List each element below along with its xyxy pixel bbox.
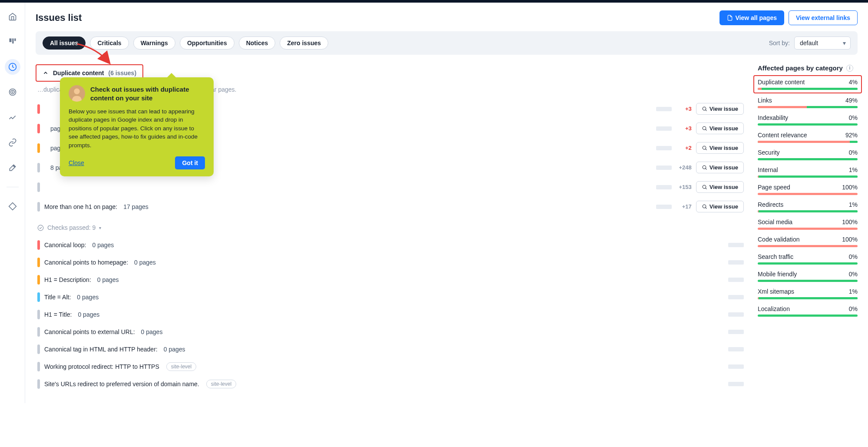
category-item[interactable]: Redirects 1% [758, 201, 858, 212]
category-item[interactable]: Social media 100% [758, 219, 858, 230]
home-icon[interactable] [5, 9, 20, 24]
issue-row: Canonical points to homepage:0 pages [36, 254, 746, 271]
filter-pill-zero-issues[interactable]: Zero issues [280, 36, 328, 50]
issue-delta: +153 [676, 184, 692, 190]
tooltip-close-link[interactable]: Close [69, 159, 84, 166]
issue-pages: 0 pages [97, 276, 119, 283]
severity-indicator [37, 163, 40, 172]
page-header: Issues list View all pages View external… [36, 3, 858, 31]
issue-label: Working protocol redirect: HTTP to HTTPS [44, 363, 159, 370]
category-bar [758, 210, 858, 212]
speed-icon[interactable] [5, 59, 20, 75]
category-name: Localization [758, 305, 790, 312]
mini-chart [656, 205, 672, 209]
filter-pill-warnings[interactable]: Warnings [133, 36, 175, 50]
mini-chart [728, 364, 744, 369]
category-item[interactable]: Links 49% [758, 97, 858, 108]
target-icon[interactable] [5, 84, 20, 100]
sidebar [0, 3, 25, 403]
mini-chart [728, 295, 744, 299]
tooltip-body: Below you see issues that can lead to ap… [69, 107, 205, 150]
issue-row: H1 = Title:0 pages [36, 306, 746, 323]
category-percent: 1% [849, 166, 858, 173]
category-bar [758, 193, 858, 195]
mini-chart [728, 312, 744, 317]
category-item[interactable]: Security 0% [758, 149, 858, 160]
category-item[interactable]: Localization 0% [758, 305, 858, 317]
issue-row: H1 = Description:0 pages [36, 271, 746, 288]
severity-indicator [37, 310, 40, 319]
category-item[interactable]: Code validation 100% [758, 236, 858, 247]
severity-indicator [37, 240, 40, 250]
check-circle-icon [37, 225, 44, 231]
filter-pill-opportunities[interactable]: Opportunities [180, 36, 234, 50]
sort-control: Sort by: default [769, 36, 851, 50]
category-percent: 100% [842, 236, 858, 243]
issue-row: Canonical tag in HTML and HTTP header:0 … [36, 341, 746, 358]
view-issue-button[interactable]: View issue [696, 162, 744, 173]
category-item[interactable]: Indexability 0% [758, 114, 858, 126]
category-name: Xml sitemaps [758, 288, 794, 295]
svg-point-6 [703, 107, 706, 110]
checks-passed-row[interactable]: Checks passed: 9 ▾ [36, 216, 746, 236]
category-percent: 0% [849, 271, 858, 278]
category-name: Mobile friendly [758, 271, 797, 278]
category-item[interactable]: Xml sitemaps 1% [758, 288, 858, 299]
diamond-icon[interactable] [5, 199, 20, 214]
severity-indicator [37, 182, 40, 192]
magic-icon[interactable] [5, 160, 20, 175]
analytics-icon[interactable] [5, 109, 20, 125]
category-bar [758, 245, 858, 247]
mini-chart [656, 166, 672, 170]
issue-label: H1 = Description: [44, 276, 91, 283]
category-item[interactable]: Mobile friendly 0% [758, 271, 858, 282]
category-item[interactable]: Search traffic 0% [758, 253, 858, 265]
category-item[interactable]: Duplicate content 4% [753, 75, 862, 93]
page-title: Issues list [36, 12, 82, 23]
issue-row: +153 View issue [36, 177, 746, 197]
issue-pages: 0 pages [141, 328, 163, 335]
view-issue-button[interactable]: View issue [696, 123, 744, 134]
issue-row: Working protocol redirect: HTTP to HTTPS… [36, 358, 746, 375]
tooltip-gotit-button[interactable]: Got it [175, 156, 205, 169]
svg-rect-2 [14, 39, 16, 41]
issue-label: Title = Alt: [44, 294, 71, 301]
category-bar [758, 262, 858, 265]
svg-point-9 [703, 166, 706, 169]
category-item[interactable]: Page speed 100% [758, 184, 858, 195]
issue-pages: 0 pages [77, 294, 99, 301]
view-issue-button[interactable]: View issue [696, 181, 744, 193]
view-all-pages-button[interactable]: View all pages [719, 10, 784, 25]
caret-down-icon: ▾ [99, 225, 101, 230]
issue-label: Canonical points to homepage: [44, 259, 128, 266]
onboarding-tooltip: Check out issues with duplicate content … [60, 77, 214, 176]
category-item[interactable]: Internal 1% [758, 166, 858, 178]
svg-point-5 [12, 92, 13, 93]
filter-pill-notices[interactable]: Notices [239, 36, 276, 50]
mini-chart [728, 260, 744, 265]
svg-point-7 [703, 126, 706, 130]
accordion-title: Duplicate content [53, 70, 104, 76]
issue-label: More than one h1 on page: [44, 203, 117, 210]
category-item[interactable]: Content relevance 92% [758, 132, 858, 143]
info-icon[interactable]: i [846, 65, 853, 72]
mini-chart [728, 243, 744, 247]
annotation-arrow [75, 42, 112, 69]
severity-indicator [37, 379, 40, 389]
svg-rect-1 [12, 39, 13, 44]
mini-chart [656, 146, 672, 150]
issue-row: Canonical loop:0 pages [36, 236, 746, 254]
view-issue-button[interactable]: View issue [696, 142, 744, 154]
sort-select[interactable]: default [794, 36, 851, 50]
link-icon[interactable] [5, 135, 20, 150]
category-bar [758, 175, 858, 178]
view-issue-button[interactable]: View issue [696, 103, 744, 115]
svg-rect-0 [9, 39, 11, 42]
chevron-up-icon [43, 70, 49, 76]
category-bar [758, 280, 858, 282]
view-external-links-button[interactable]: View external links [789, 10, 858, 25]
checks-passed-label: Checks passed: 9 [47, 224, 96, 231]
dashboard-icon[interactable] [5, 34, 20, 50]
category-name: Indexability [758, 114, 788, 121]
view-issue-button[interactable]: View issue [696, 201, 744, 212]
